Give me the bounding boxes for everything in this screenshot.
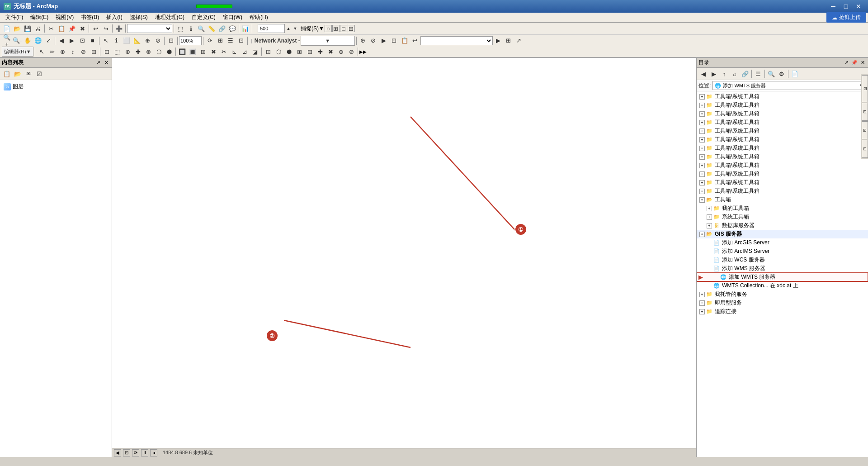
tree-item-19[interactable]: 📄添加 WCS 服务器 [697,256,868,264]
tree-item-4[interactable]: +📁工具箱\系统工具箱 [697,127,868,135]
edit-t21[interactable]: ◪ [250,47,260,57]
edit-t16[interactable]: ⊞ [198,47,208,57]
hyperlink-btn[interactable]: 🔗 [217,24,227,33]
cat-options[interactable]: ⚙ [777,69,787,79]
edit-t1[interactable]: ↖ [37,47,47,57]
tree-item-0[interactable]: +📁工具箱\系统工具箱 [697,92,868,101]
close-button[interactable]: ✕ [853,2,864,11]
tree-expand-6[interactable]: + [699,146,705,151]
edit-t15[interactable]: 🔳 [188,47,198,57]
na-btn8[interactable]: ⊞ [504,36,514,46]
edit-t24[interactable]: ⬢ [284,47,294,57]
edit-t28[interactable]: ✖ [326,47,335,57]
adddata-button[interactable]: ➕ [114,24,124,33]
edit-t13[interactable]: ⬢ [164,47,174,57]
side-btn-2[interactable]: ⊡ [862,103,868,121]
zoom-out-btn[interactable]: 🔍- [12,36,22,46]
edit-t2[interactable]: ✏ [47,47,57,57]
side-btn-4[interactable]: ⊡ [862,140,868,158]
cat-search[interactable]: 🔍 [766,69,776,79]
tree-expand-11[interactable]: + [699,189,705,194]
na-select[interactable] [420,36,493,45]
cat-metadata[interactable]: 📄 [790,69,800,79]
redo-button[interactable]: ↪ [101,24,111,33]
tree-expand-4[interactable]: + [699,128,705,134]
edit-t23[interactable]: ⬡ [274,47,283,57]
edit-t29[interactable]: ⊕ [336,47,346,57]
edit-t25[interactable]: ⊞ [294,47,304,57]
list-by-drawing[interactable]: 📋 [2,69,12,79]
na-btn7[interactable]: ▶ [493,36,503,46]
minimize-button[interactable]: ─ [827,2,839,11]
menu-file[interactable]: 文件(F) [2,13,27,23]
maximize-button[interactable]: □ [840,2,852,11]
tree-expand-16[interactable]: + [699,232,705,237]
na-btn2[interactable]: ⊘ [368,36,378,46]
bookmark-btn[interactable]: ■ [88,36,98,46]
list-by-selection[interactable]: ☑ [34,69,44,79]
cat-connect[interactable]: 🔗 [740,69,750,79]
tree-item-24[interactable]: +📁即用型服务 [697,299,868,307]
menu-bookmark[interactable]: 书签(B) [77,13,103,23]
tree-item-17[interactable]: 📄添加 ArcGIS Server [697,238,868,247]
tree-item-25[interactable]: +📁追踪连接 [697,307,868,316]
find-btn[interactable]: 🔍 [196,24,206,33]
edit-t11[interactable]: ⊛ [143,47,153,57]
tree-item-20[interactable]: 📄添加 WMS 服务器 [697,264,868,273]
tree-expand-9[interactable]: + [699,171,705,177]
na-btn6[interactable]: ↩ [410,36,420,46]
t4[interactable]: ⊡ [236,36,246,46]
selected-btn[interactable]: ⊡ [77,36,87,46]
edit-t26[interactable]: ⊟ [305,47,315,57]
tree-item-9[interactable]: +📁工具箱\系统工具箱 [697,170,868,178]
layer-group-item[interactable]: 🗂 图层 [2,82,110,91]
na-btn5[interactable]: 📋 [400,36,410,46]
map-nav-pause[interactable]: ⏸ [141,449,148,456]
list-by-visibility[interactable]: 👁 [24,69,33,79]
pan-btn[interactable]: ✋ [23,36,33,46]
tree-expand-1[interactable]: + [699,103,705,108]
na-btn4[interactable]: ⊡ [389,36,399,46]
tree-item-2[interactable]: +📁工具箱\系统工具箱 [697,109,868,118]
tree-expand-2[interactable]: + [699,111,705,117]
edit-t19[interactable]: ⊾ [229,47,239,57]
tree-expand-7[interactable]: + [699,154,705,160]
cat-view[interactable]: ☰ [753,69,763,79]
snap-more[interactable]: ⊟ [348,25,355,32]
edit-t3[interactable]: ⊕ [57,47,67,57]
map-canvas[interactable]: ① ② ◀ ⊡ ⟳ ⏸ ◂ 1484.8 689.6 未知单位 [112,58,696,457]
na-btn3[interactable]: ▶ [379,36,389,46]
copy-button[interactable]: 📋 [57,24,66,33]
select-features[interactable]: ⬚ [175,24,185,33]
tree-item-10[interactable]: +📁工具箱\系统工具箱 [697,178,868,187]
tree-item-6[interactable]: +📁工具箱\系统工具箱 [697,144,868,152]
tree-item-3[interactable]: +📁工具箱\系统工具箱 [697,118,868,127]
menu-window[interactable]: 窗口(W) [219,13,246,23]
tree-item-12[interactable]: +📂工具箱 [697,195,868,204]
snap-options[interactable]: ○ [325,25,332,32]
table-btn[interactable]: 📊 [241,24,250,33]
menu-edit[interactable]: 编辑(E) [27,13,52,23]
snap-edge[interactable]: □ [340,25,347,32]
zoom-btn2[interactable]: ⊡ [166,36,176,46]
side-btn-1[interactable]: ⊡ [862,75,868,102]
back-btn[interactable]: ◀ [57,36,66,46]
t2[interactable]: ⊞ [215,36,225,46]
edit-t4[interactable]: ↕ [68,47,78,57]
side-btn-3[interactable]: ⊡ [862,121,868,139]
catalog-auto-hide[interactable]: 📌 [851,59,858,67]
layer-dropdown[interactable] [127,24,172,33]
na-dropdown-btn[interactable]: ▼ [301,36,355,46]
open-button[interactable]: 📂 [12,24,22,33]
scale-down[interactable]: ▼ [292,24,298,33]
panel-float-btn[interactable]: ↗ [94,59,102,67]
tree-item-15[interactable]: +🗄数据库服务器 [697,221,868,230]
edit-t18[interactable]: ✂ [219,47,229,57]
scale-up[interactable]: ▲ [285,24,292,33]
map-nav-scroll[interactable]: ◂ [150,449,157,456]
edit-menu-btn[interactable]: 编辑器(R)▼ [2,47,33,57]
tree-expand-13[interactable]: + [707,206,712,211]
globe-btn[interactable]: 🌐 [33,36,43,46]
clear-btn[interactable]: ⬜ [122,36,132,46]
tree-expand-15[interactable]: + [707,223,712,228]
